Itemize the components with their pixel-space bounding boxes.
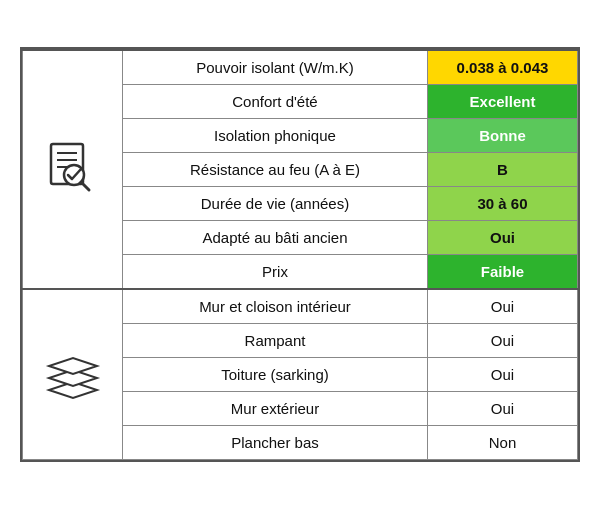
row-value: Bonne [428,118,578,152]
row-value: Non [428,425,578,459]
row-label: Isolation phonique [123,118,428,152]
row-label: Pouvoir isolant (W/m.K) [123,50,428,85]
row-value: 30 à 60 [428,186,578,220]
svg-marker-8 [49,358,97,374]
row-value: Faible [428,254,578,289]
svg-line-5 [81,182,89,190]
row-value: Oui [428,323,578,357]
row-label: Prix [123,254,428,289]
row-value: Oui [428,391,578,425]
section1-icon-cell [23,50,123,289]
row-label: Confort d'été [123,84,428,118]
row-value: Oui [428,357,578,391]
row-label: Mur extérieur [123,391,428,425]
row-label: Toiture (sarking) [123,357,428,391]
row-label: Rampant [123,323,428,357]
section2-icon-cell [23,289,123,460]
row-value: 0.038 à 0.043 [428,50,578,85]
row-label: Durée de vie (années) [123,186,428,220]
row-label: Mur et cloison intérieur [123,289,428,324]
row-value: Oui [428,220,578,254]
row-label: Résistance au feu (A à E) [123,152,428,186]
row-value: Oui [428,289,578,324]
row-value: B [428,152,578,186]
row-value: Excellent [428,84,578,118]
row-label: Adapté au bâti ancien [123,220,428,254]
main-table: Pouvoir isolant (W/m.K)0.038 à 0.043Conf… [20,47,580,462]
row-label: Plancher bas [123,425,428,459]
